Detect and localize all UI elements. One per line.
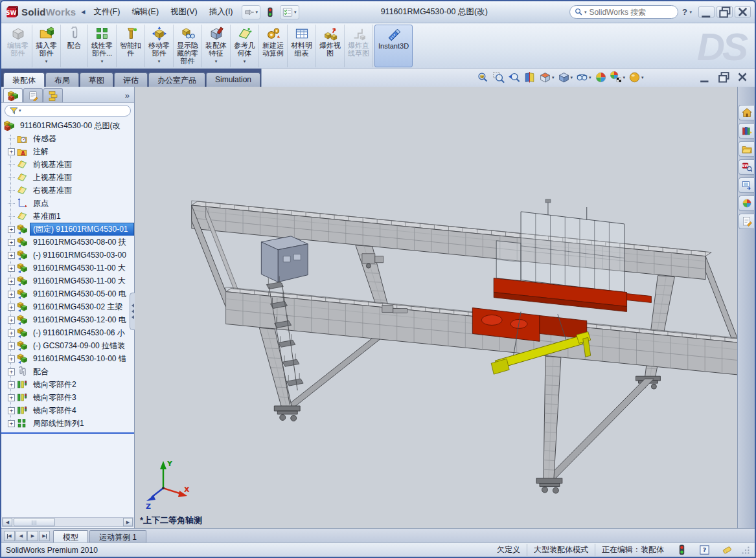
dropdown-arrow-icon[interactable]: ▾ [101, 58, 104, 65]
tree-item[interactable]: +(-) 911601RMG4530-03-00 [1, 249, 134, 262]
tab-office-products[interactable]: 办公室产品 [148, 73, 205, 87]
display-style-button[interactable]: ▾ [556, 70, 575, 85]
expand-icon[interactable]: + [8, 407, 15, 414]
menu-collapse-icon[interactable]: ◀ [80, 8, 86, 16]
resize-grip[interactable] [741, 546, 750, 555]
tree-item[interactable]: +911601RMG4530-12-00 电 [1, 313, 134, 326]
tree-item[interactable]: +(固定) 911601RMG4530-01 [1, 223, 134, 236]
move-component-button[interactable]: 移动零部件▾ [145, 25, 174, 67]
expand-icon[interactable]: + [8, 304, 15, 311]
tree-item[interactable]: 原点 [1, 197, 134, 210]
tab-layout[interactable]: 布局 [45, 73, 79, 87]
tree-item[interactable]: 传感器 [1, 132, 134, 145]
instant3d-button[interactable]: Instant3D [374, 25, 413, 67]
zoom-fit-button[interactable] [475, 70, 490, 85]
expand-icon[interactable]: + [8, 381, 15, 388]
search-options-arrow[interactable]: ▾ [584, 10, 587, 15]
linear-component-pattern-button[interactable]: 线性零部件...▾ [88, 25, 117, 67]
tree-item[interactable]: +911601RMG4530-05-00 电 [1, 287, 134, 300]
tree-item[interactable]: +镜向零部件2 [1, 378, 134, 391]
dropdown-arrow-icon[interactable]: ▾ [158, 58, 161, 65]
minimize-button[interactable] [698, 6, 715, 17]
next-tab-button[interactable]: ▶ [27, 531, 38, 541]
insert-component-button[interactable]: 插入零部件▾ [32, 25, 61, 67]
dropdown-arrow-icon[interactable]: ▾ [45, 58, 48, 65]
assembly-features-button[interactable]: 装配体特征▾ [202, 25, 231, 67]
tree-item[interactable]: 前视基准面 [1, 158, 134, 171]
graphics-area[interactable]: Y X Z *上下二等角轴测 [135, 87, 737, 528]
motion-study-tab[interactable]: 运动算例 1 [89, 530, 146, 542]
expand-icon[interactable]: + [8, 368, 15, 375]
appearances-scenes-button[interactable] [739, 195, 754, 211]
show-hidden-components-button[interactable]: 显示隐藏的零部件 [174, 25, 202, 67]
design-library-button[interactable] [739, 123, 754, 139]
status-traffic-light-icon[interactable] [676, 544, 687, 555]
smart-fasteners-button[interactable]: 智能扣件 [117, 25, 145, 67]
previous-view-button[interactable] [507, 70, 521, 85]
pin-menu-button[interactable]: ▾ [242, 5, 261, 19]
solidworks-search-button[interactable]: SW [739, 159, 754, 175]
tree-item[interactable]: +(-) 911601RMG4530-06 小 [1, 326, 134, 339]
tab-evaluate[interactable]: 评估 [114, 73, 148, 87]
task-list-button[interactable]: ▾ [280, 5, 299, 19]
reference-geometry-button[interactable]: 参考几何体▾ [231, 25, 259, 67]
search-input[interactable] [588, 7, 672, 17]
expand-icon[interactable]: + [8, 148, 15, 155]
mate-button[interactable]: 配合 [61, 25, 88, 67]
expand-icon[interactable]: + [8, 420, 15, 427]
expand-icon[interactable]: + [8, 265, 15, 272]
dropdown-arrow-icon[interactable]: ▾ [244, 58, 246, 65]
dropdown-arrow-icon[interactable]: ▾ [215, 58, 218, 65]
configurationmanager-tab[interactable] [43, 88, 63, 102]
view-palette-button[interactable] [739, 177, 754, 193]
status-help-icon[interactable]: ? [699, 544, 710, 555]
solidworks-resources-button[interactable] [739, 105, 754, 120]
tree-item[interactable]: +(-) GCS0734-09-00 拉锚装 [1, 339, 134, 352]
bill-of-materials-button[interactable]: 材料明细表 [288, 25, 316, 67]
view-settings-button[interactable]: ▾ [609, 70, 627, 85]
tree-item[interactable]: 右视基准面 [1, 184, 134, 197]
expand-icon[interactable]: + [8, 394, 15, 401]
featuremanager-tab[interactable] [3, 88, 23, 102]
expand-icon[interactable]: + [8, 317, 15, 324]
zoom-area-button[interactable] [491, 70, 506, 85]
first-tab-button[interactable]: ◀ [4, 531, 15, 541]
tree-item[interactable]: +911601RMG4530-02 主梁 [1, 300, 134, 313]
tab-assembly[interactable]: 装配体 [3, 73, 45, 87]
menu-insert[interactable]: 插入(I) [203, 4, 239, 20]
menu-edit[interactable]: 编辑(E) [126, 4, 165, 20]
tree-item[interactable]: 基准面1 [1, 210, 134, 223]
tree-horizontal-scrollbar[interactable]: ◀ ▶ [2, 517, 133, 527]
model-tab[interactable]: 模型 [53, 530, 88, 542]
expand-icon[interactable]: + [8, 278, 15, 285]
panel-splitter[interactable] [130, 293, 135, 330]
expand-icon[interactable]: + [8, 252, 15, 259]
new-motion-study-button[interactable]: 新建运动算例 [259, 25, 288, 67]
expand-icon[interactable]: + [8, 329, 15, 337]
apply-scene-button[interactable] [593, 70, 608, 85]
help-button[interactable]: ? ▾ [680, 7, 694, 17]
expand-icon[interactable]: + [8, 342, 15, 350]
tree-item[interactable]: +配合 [1, 365, 134, 378]
performance-light-button[interactable] [262, 5, 278, 19]
close-button[interactable] [735, 6, 751, 17]
scroll-right-arrow[interactable]: ▶ [123, 518, 133, 526]
expand-icon[interactable]: + [8, 355, 15, 363]
last-tab-button[interactable]: ▶ [39, 531, 50, 541]
expand-icon[interactable]: + [8, 291, 15, 298]
tab-simulation[interactable]: Simulation [206, 73, 260, 87]
expand-icon[interactable]: + [8, 226, 15, 233]
tree-item[interactable]: +镜向零部件4 [1, 404, 134, 417]
tree-item[interactable]: +镜向零部件3 [1, 391, 134, 404]
tree-item[interactable]: 上视基准面 [1, 171, 134, 184]
tree-filter[interactable]: ▾ [5, 105, 131, 117]
menu-file[interactable]: 文件(F) [87, 4, 126, 20]
maximize-button[interactable] [716, 6, 733, 17]
status-tag-icon[interactable] [722, 544, 733, 555]
tab-sketch[interactable]: 草图 [80, 73, 113, 87]
tree-item[interactable]: +911601RMG4530-11-00 大 [1, 274, 134, 287]
exploded-view-button[interactable]: 爆炸视图 [316, 25, 345, 67]
search-box[interactable]: ▾ [569, 5, 678, 19]
doc-minimize-button[interactable] [698, 72, 712, 82]
file-explorer-button[interactable] [739, 141, 754, 157]
